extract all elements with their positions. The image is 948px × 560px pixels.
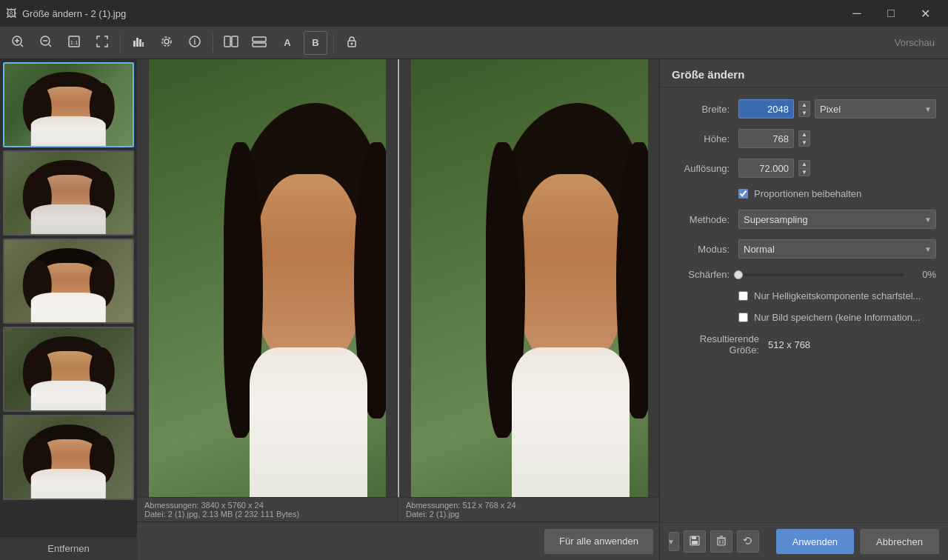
apply-button[interactable]: Anwenden [776, 529, 854, 554]
window-title: Größe ändern - 2 (1).jpg [22, 8, 840, 19]
height-spin-up[interactable]: ▲ [798, 130, 810, 139]
svg-rect-25 [692, 541, 698, 544]
preview-images [137, 59, 659, 497]
zoom-out-icon [39, 35, 53, 51]
svg-point-13 [164, 39, 169, 44]
panel-content: Breite: ▲ ▼ Pixel Prozent ▼ [660, 87, 948, 522]
fullscreen-button[interactable] [90, 31, 114, 55]
unit-select-wrapper: Pixel Prozent ▼ [815, 99, 936, 119]
svg-rect-11 [139, 39, 141, 47]
result-file-info: Datei: 2 (1).jpg [406, 510, 652, 519]
resolution-spin-down[interactable]: ▼ [798, 168, 810, 176]
svg-rect-12 [142, 42, 144, 47]
keep-proportions-checkbox[interactable] [738, 189, 748, 199]
main-content: Entfernen [0, 59, 948, 560]
remove-button[interactable]: Entfernen [0, 536, 137, 560]
sharpen-slider[interactable] [738, 273, 904, 276]
fullscreen-icon [96, 35, 109, 51]
width-row: Breite: ▲ ▼ Pixel Prozent ▼ [672, 99, 936, 119]
histogram-button[interactable] [127, 31, 150, 55]
svg-rect-9 [133, 41, 136, 47]
resolution-spin-up[interactable]: ▲ [798, 160, 810, 168]
preview-info-right: Abmessungen: 512 x 768 x 24 Datei: 2 (1)… [398, 497, 659, 521]
toolbar: 1:1 i A B [0, 27, 948, 59]
height-input-group: ▲ ▼ [738, 129, 936, 148]
method-select[interactable]: Supersampling Bilinear Bikubisch [738, 210, 936, 229]
luminosity-label[interactable]: Nur Helligkeitskomponente scharfstel... [754, 290, 921, 301]
sharpen-value: 0% [909, 269, 936, 280]
undo-button[interactable] [737, 530, 759, 553]
mode-select-wrapper: Normal Weich Scharf ▼ [738, 239, 936, 259]
titlebar: 🖼 Größe ändern - 2 (1).jpg ─ □ ✕ [0, 0, 948, 27]
height-row: Höhe: ▲ ▼ [672, 129, 936, 148]
toolbar-separator-3 [333, 34, 334, 52]
mode-row: Modus: Normal Weich Scharf ▼ [672, 239, 936, 259]
width-spin-up[interactable]: ▲ [798, 101, 810, 109]
undo-icon [743, 536, 753, 548]
minimize-button[interactable]: ─ [840, 0, 874, 27]
mode-input-group: Normal Weich Scharf ▼ [738, 239, 936, 259]
preview-divider [398, 59, 399, 497]
save-only-checkbox[interactable] [738, 313, 748, 322]
info-icon: i [188, 35, 201, 51]
preset-select[interactable] [669, 532, 679, 551]
preview-button[interactable]: Vorschau [887, 34, 942, 51]
zoom-out-button[interactable] [34, 31, 58, 55]
method-label: Methode: [672, 214, 738, 225]
width-spin-down[interactable]: ▼ [798, 109, 810, 117]
resolution-row: Auflösung: ▲ ▼ [672, 159, 936, 178]
side-view-icon [252, 35, 267, 51]
sharpen-thumb[interactable] [734, 270, 743, 279]
fit-window-button[interactable]: 1:1 [62, 31, 86, 55]
cancel-button[interactable]: Abbrechen [860, 529, 939, 554]
panel-bottom: ▼ Anwenden [660, 522, 948, 560]
zoom-in-button[interactable] [6, 31, 30, 55]
filmstrip-item[interactable] [3, 415, 134, 500]
width-input[interactable] [738, 99, 794, 119]
label-b-text: B [312, 37, 318, 48]
side-compare-button[interactable] [247, 31, 271, 55]
lock-button[interactable] [340, 31, 364, 55]
filmstrip-item[interactable] [3, 62, 134, 147]
filmstrip-item[interactable] [3, 327, 134, 412]
svg-rect-27 [718, 539, 725, 545]
sharpen-row: Schärfen: 0% [672, 269, 936, 280]
maximize-button[interactable]: □ [874, 0, 908, 27]
save-only-label[interactable]: Nur Bild speichern (keine Information... [754, 312, 921, 323]
mode-label: Modus: [672, 244, 738, 255]
height-spin-down[interactable]: ▼ [798, 139, 810, 147]
svg-point-23 [351, 42, 353, 44]
unit-select[interactable]: Pixel Prozent [815, 99, 936, 119]
save-icon [690, 536, 700, 548]
filmstrip-item[interactable] [3, 150, 134, 236]
thumbnail-photo [4, 416, 133, 499]
label-a-button[interactable]: A [276, 31, 299, 55]
zoom-in-icon [11, 35, 24, 51]
result-label: Resultierende Größe: [672, 333, 768, 356]
width-label: Breite: [672, 104, 738, 115]
fit-window-icon: 1:1 [67, 35, 81, 51]
result-value: 512 x 768 [768, 339, 810, 350]
app-icon: 🖼 [6, 7, 16, 19]
settings-button[interactable] [155, 31, 178, 55]
split-view-icon [224, 35, 238, 51]
thumbnail-photo [4, 240, 133, 322]
close-button[interactable]: ✕ [908, 0, 942, 27]
luminosity-checkbox[interactable] [738, 291, 748, 301]
info-button[interactable]: i [183, 31, 207, 55]
save-preset-button[interactable] [684, 530, 706, 553]
svg-text:i: i [194, 38, 196, 46]
height-input[interactable] [738, 129, 794, 148]
label-b-button[interactable]: B [304, 31, 327, 55]
delete-preset-button[interactable] [710, 530, 732, 553]
split-compare-button[interactable] [219, 31, 243, 55]
apply-all-button[interactable]: Für alle anwenden [544, 529, 653, 554]
svg-rect-18 [232, 36, 238, 47]
filmstrip-item[interactable] [3, 239, 134, 324]
resolution-input[interactable] [738, 159, 794, 178]
mode-select[interactable]: Normal Weich Scharf [738, 239, 936, 259]
thumbnail-photo [4, 328, 133, 410]
svg-text:1:1: 1:1 [70, 39, 79, 46]
keep-proportions-label[interactable]: Proportionen beibehalten [754, 188, 861, 199]
toolbar-separator-2 [213, 34, 213, 52]
